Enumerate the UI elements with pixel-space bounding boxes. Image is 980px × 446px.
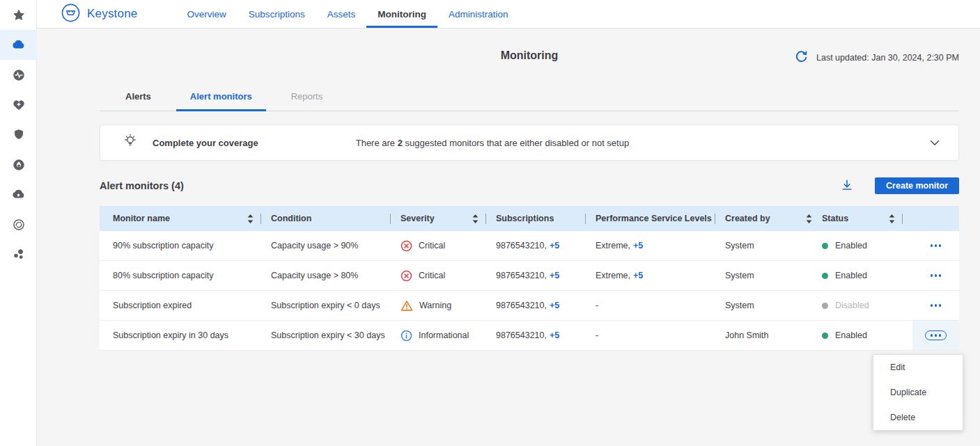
tab-alert-monitors[interactable]: Alert monitors (176, 85, 266, 111)
actions-cell (912, 261, 959, 290)
network-share-icon (13, 248, 25, 261)
menu-item-duplicate[interactable]: Duplicate (873, 380, 963, 405)
psl-cell: - (596, 291, 725, 320)
column-divider (260, 214, 261, 224)
suggested-count: 2 (398, 138, 403, 148)
shield-icon (13, 129, 24, 141)
sidebar-item-system-health[interactable] (0, 60, 37, 90)
subscriptions-cell: 9876543210,+5 (496, 261, 596, 290)
tab-alerts[interactable]: Alerts (111, 85, 165, 111)
tab-bar: Alerts Alert monitors Reports (100, 85, 959, 111)
row-actions-button[interactable] (925, 241, 947, 250)
column-divider (715, 214, 715, 224)
sidebar-item-cloud-services[interactable] (0, 30, 37, 60)
system-health-icon (13, 69, 25, 81)
psl-more-link[interactable]: +5 (633, 271, 643, 280)
refresh-icon (795, 50, 808, 65)
warning-icon (400, 300, 413, 312)
monitor-name-cell: 90% subscription capacity (100, 231, 271, 260)
refresh-button[interactable] (795, 50, 808, 65)
nav-assets[interactable]: Assets (316, 0, 367, 28)
nav-administration[interactable]: Administration (437, 0, 520, 28)
monitor-name-cell: 80% subscription capacity (100, 261, 271, 290)
table-row: Subscription expired Subscription expiry… (100, 291, 959, 321)
created-by-cell: System (725, 261, 822, 290)
heart-plus-icon (13, 99, 25, 111)
top-nav: Overview Subscriptions Assets Monitoring… (176, 0, 519, 28)
subscriptions-cell: 9876543210,+5 (496, 291, 596, 320)
subscriptions-cell: 9876543210,+5 (496, 231, 596, 260)
table-row: 80% subscription capacity Capacity usage… (100, 261, 959, 291)
star-icon (13, 9, 25, 22)
subscriptions-cell: 9876543210,+5 (496, 321, 596, 350)
created-by-cell: System (725, 291, 822, 320)
tab-reports[interactable]: Reports (277, 85, 337, 111)
row-actions-menu: Edit Duplicate Delete (873, 354, 963, 431)
status-dot (822, 333, 828, 339)
menu-item-delete[interactable]: Delete (873, 405, 963, 430)
nav-subscriptions[interactable]: Subscriptions (238, 0, 316, 28)
row-actions-button[interactable] (925, 271, 947, 280)
sort-icon[interactable] (472, 214, 479, 223)
severity-cell: Critical (400, 261, 496, 290)
sidebar-item-secure-cloud[interactable] (0, 180, 37, 209)
last-updated-group: Last updated: Jan 30, 2024, 2:30 PM (795, 49, 959, 66)
keystone-logo-icon (61, 3, 80, 25)
monitor-name-cell: Subscription expired (100, 291, 271, 320)
coverage-banner[interactable]: Complete your coverage There are 2 sugge… (100, 125, 959, 161)
column-divider (902, 214, 903, 224)
alert-monitors-table: Monitor name Condition Severity Subscrip… (100, 206, 959, 351)
banner-title: Complete your coverage (153, 138, 258, 148)
col-created-by: Created by (725, 206, 822, 231)
sidebar-item-network[interactable] (0, 239, 37, 269)
nav-monitoring[interactable]: Monitoring (366, 0, 437, 28)
subscriptions-more-link[interactable]: +5 (550, 330, 559, 340)
actions-cell (912, 291, 959, 320)
sidebar-item-security[interactable] (0, 120, 37, 150)
sidebar-item-sustainability[interactable] (0, 209, 37, 239)
actions-cell (912, 321, 959, 350)
monitor-name-cell: Subscription expiry in 30 days (100, 321, 271, 350)
psl-more-link[interactable]: +5 (633, 241, 643, 250)
subscriptions-more-link[interactable]: +5 (550, 271, 559, 280)
sidebar-item-incidents[interactable] (0, 150, 37, 180)
last-updated-text: Last updated: Jan 30, 2024, 2:30 PM (816, 53, 959, 63)
condition-cell: Subscription expiry < 30 days (271, 321, 400, 350)
sort-icon[interactable] (247, 214, 254, 223)
sort-icon[interactable] (806, 214, 812, 223)
incident-icon (13, 159, 25, 171)
column-divider (390, 214, 391, 224)
status-cell: Disabled (822, 291, 912, 320)
brand[interactable]: Keystone (61, 0, 137, 28)
subscriptions-more-link[interactable]: +5 (550, 241, 559, 250)
status-dot (822, 273, 828, 279)
main-content: Monitoring Last updated: Jan 30, 2024, 2… (37, 29, 980, 446)
menu-item-edit[interactable]: Edit (873, 355, 963, 380)
download-button[interactable] (841, 179, 853, 193)
created-by-cell: John Smith (725, 321, 822, 350)
col-status: Status (822, 206, 912, 231)
critical-icon (400, 270, 412, 282)
sidebar-item-care[interactable] (0, 90, 37, 120)
sidebar-item-favorites[interactable] (0, 0, 37, 30)
app-window: Keystone Overview Subscriptions Assets M… (0, 0, 980, 446)
banner-message: There are 2 suggested monitors that are … (356, 138, 629, 148)
col-condition: Condition (271, 206, 400, 231)
lightbulb-icon (123, 134, 137, 152)
download-icon (841, 179, 853, 193)
status-dot (822, 303, 828, 309)
nav-overview[interactable]: Overview (176, 0, 237, 28)
condition-cell: Subscription expiry < 0 days (271, 291, 400, 320)
sustainability-icon (13, 218, 25, 231)
table-header: Monitor name Condition Severity Subscrip… (100, 206, 959, 231)
psl-cell: - (596, 321, 725, 350)
row-actions-button[interactable] (925, 301, 947, 310)
psl-cell: Extreme,+5 (596, 261, 725, 290)
sort-icon[interactable] (889, 214, 895, 223)
subscriptions-more-link[interactable]: +5 (550, 301, 559, 310)
row-actions-button[interactable] (925, 330, 947, 340)
col-subscriptions: Subscriptions (496, 206, 596, 231)
chevron-down-icon[interactable] (928, 136, 942, 150)
col-monitor-name: Monitor name (100, 206, 271, 231)
create-monitor-button[interactable]: Create monitor (875, 177, 959, 194)
